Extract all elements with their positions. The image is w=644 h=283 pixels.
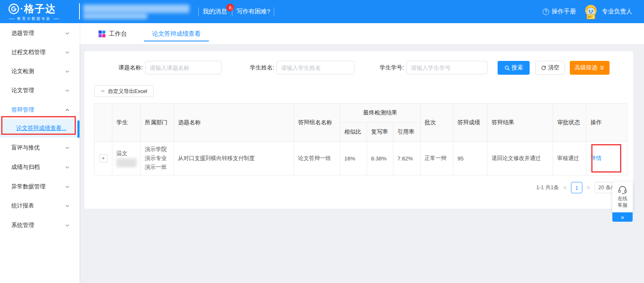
chevron-down-icon [101, 89, 105, 93]
brand-name: 格子达 [24, 2, 56, 15]
chevron-down-icon [65, 184, 70, 189]
user-role[interactable]: 专业负责人 [602, 0, 632, 23]
manual-label: 操作手册 [552, 8, 576, 15]
department-line: 演示学院 [145, 145, 170, 154]
sidebar-item-system-management[interactable]: 系统管理 [0, 216, 79, 235]
clear-button[interactable]: 清空 [535, 61, 565, 75]
sidebar-item-label: 异常数据管理 [11, 183, 45, 190]
advanced-filter-label: 高级筛选 [575, 64, 597, 71]
header-separator [198, 7, 199, 16]
student-id-input[interactable] [406, 61, 487, 74]
chevron-down-icon [65, 69, 70, 74]
next-page-button[interactable]: > [586, 184, 591, 191]
cell-similarity: 16% [340, 142, 367, 175]
my-messages-link[interactable]: 我的消息 8 [203, 0, 227, 23]
chevron-down-icon [65, 145, 70, 150]
header-divider [79, 3, 80, 19]
student-name-label: 学生姓名: [248, 61, 274, 74]
manual-link[interactable]: ? 操作手册 [543, 0, 576, 23]
col-similarity: 相似比 [340, 123, 367, 142]
refresh-icon [541, 65, 546, 71]
chevron-up-icon [65, 108, 70, 112]
sidebar-item-topic-management[interactable]: 选题管理 [0, 24, 79, 43]
tab-workbench[interactable]: 工作台 [99, 23, 127, 44]
censored-school-name-line2 [83, 13, 147, 19]
cell-citation-rate: 7.62% [393, 142, 421, 175]
brand-tagline: 教育大数据专家 [17, 16, 51, 22]
col-action: 操作 [586, 104, 627, 142]
col-student: 学生 [112, 104, 141, 142]
col-batch: 批次 [421, 104, 453, 142]
clear-button-label: 清空 [548, 64, 560, 71]
cell-action: 详情 [586, 142, 627, 175]
export-excel-button[interactable]: 自定义导出Excel [94, 85, 154, 97]
sidebar-item-abnormal-data[interactable]: 异常数据管理 [0, 177, 79, 196]
sidebar-item-grades-archive[interactable]: 成绩与归档 [0, 158, 79, 177]
app-header: · 格子达 教育大数据专家 我的消息 8 写作有困难? ? 操作手册 专业负责人 [0, 0, 644, 23]
row-expand-button[interactable]: + [99, 154, 107, 162]
service-label-line1: 在线 [618, 195, 627, 202]
col-group-final-check: 最终检测结果 [340, 104, 421, 123]
sidebar-item-label: 过程文档管理 [11, 49, 45, 56]
student-id-label: 学生学号: [377, 61, 404, 74]
cell-department: 演示学院 演示专业 演示一班 [141, 142, 174, 175]
header-separator [274, 7, 274, 16]
detail-link[interactable]: 详情 [590, 155, 601, 161]
student-name: 温文 [116, 150, 136, 157]
active-item-indicator [77, 121, 79, 138]
sidebar-subitem-defense-score-view[interactable]: 论文答辩成绩查看... [0, 119, 79, 138]
sidebar-item-label: 盲评与推优 [11, 144, 40, 151]
col-expand [94, 104, 112, 142]
header-separator [232, 7, 232, 16]
col-defense-score: 答辩成绩 [453, 104, 487, 142]
student-name-input[interactable] [277, 61, 354, 74]
table-row: + 温文 演示学院 演示专业 演示一班 从对口支援到横向转移支付制度 论文答辩一… [94, 142, 627, 175]
writing-help-label: 写作有困难? [236, 8, 270, 15]
sidebar-nav: 选题管理 过程文档管理 论文检测 论文管理 答辩管理 论文答辩成绩查看... 盲… [0, 23, 79, 283]
page-number-button[interactable]: 1 [571, 182, 582, 193]
censored-student-info [116, 158, 137, 167]
sidebar-subitem-label: 论文答辩成绩查看... [16, 125, 67, 132]
user-avatar[interactable] [583, 4, 599, 19]
censored-school-name [83, 4, 189, 13]
pagination-summary: 1-1 共1条 [536, 184, 559, 191]
chevron-down-icon [65, 50, 70, 55]
sidebar-item-blind-review[interactable]: 盲评与推优 [0, 138, 79, 157]
sidebar-item-label: 成绩与归档 [11, 164, 40, 171]
customer-service-widget[interactable]: 在线 客服 [612, 182, 633, 212]
writing-help-link[interactable]: 写作有困难? [236, 0, 270, 23]
prev-page-button[interactable]: < [562, 184, 567, 191]
content-panel: 课题名称: 学生姓名: 学生学号: 搜索 清空 高级筛选 自定义导出Excel [84, 51, 633, 209]
workbench-grid-icon [99, 30, 105, 37]
sidebar-item-label: 系统管理 [11, 222, 34, 229]
advanced-filter-button[interactable]: 高级筛选 [570, 61, 610, 75]
sidebar-item-paper-check[interactable]: 论文检测 [0, 62, 79, 81]
active-tab-underline [144, 41, 209, 41]
service-expand-button[interactable]: » [612, 212, 633, 222]
col-citation-rate: 引用率 [393, 123, 421, 142]
sidebar-item-label: 统计报表 [11, 202, 34, 210]
sidebar-item-label: 答辩管理 [11, 106, 34, 114]
sidebar-item-process-docs[interactable]: 过程文档管理 [0, 43, 79, 62]
tab-bar: 工作台 论文答辩成绩查看 [79, 23, 644, 45]
search-button[interactable]: 搜索 [498, 61, 530, 75]
search-button-label: 搜索 [512, 64, 523, 71]
department-line: 演示专业 [145, 154, 170, 163]
topic-name-input[interactable] [145, 61, 221, 74]
col-approval-status: 审批状态 [553, 104, 586, 142]
brand-logo: · 格子达 教育大数据专家 [8, 2, 77, 22]
sidebar-item-statistics[interactable]: 统计报表 [0, 197, 79, 215]
cell-student: 温文 [112, 142, 141, 175]
tagline-dash-left [9, 19, 15, 19]
cell-copy-rate: 8.38% [367, 142, 393, 175]
sidebar-item-label: 选题管理 [11, 30, 34, 37]
col-defense-result: 答辩结果 [487, 104, 553, 142]
export-excel-label: 自定义导出Excel [108, 88, 147, 95]
topic-name-label: 课题名称: [114, 61, 143, 74]
cell-approval-status: 审核通过 [553, 142, 586, 175]
cell-defense-group: 论文答辩一组 [294, 142, 340, 175]
sidebar-item-paper-management[interactable]: 论文管理 [0, 81, 79, 100]
sidebar-item-defense-management[interactable]: 答辩管理 [0, 101, 79, 119]
col-topic: 选题名称 [174, 104, 294, 142]
double-chevron-down-icon [599, 65, 605, 71]
